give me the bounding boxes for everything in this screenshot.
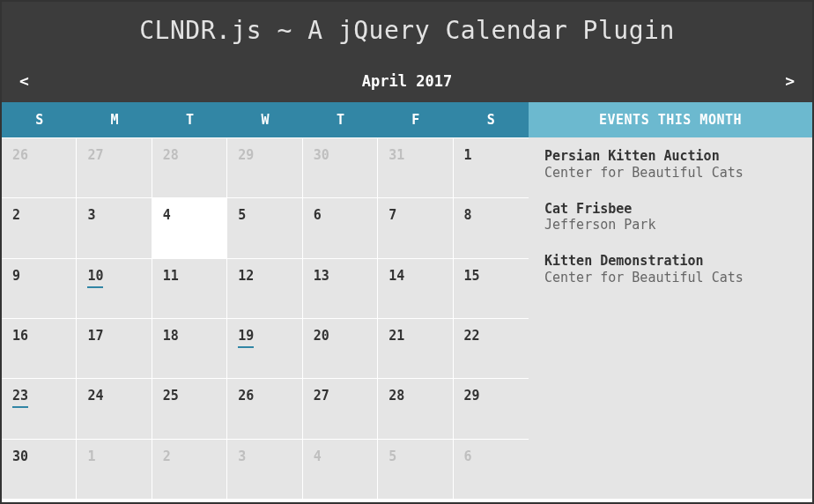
day-number: 3 — [238, 448, 246, 464]
event-title: Cat Frisbee — [544, 201, 796, 218]
calendar-day-cell[interactable]: 7 — [378, 197, 453, 257]
calendar-day-cell[interactable]: 24 — [77, 378, 152, 438]
calendar-day-cell[interactable]: 1 — [454, 137, 529, 197]
event-item[interactable]: Kitten DemonstrationCenter for Beautiful… — [529, 242, 812, 295]
day-number: 30 — [12, 448, 28, 464]
day-header: T — [303, 102, 378, 137]
calendar-day-cell[interactable]: 6 — [454, 439, 529, 499]
day-number: 10 — [87, 268, 103, 288]
calendar-day-cell[interactable]: 11 — [152, 258, 227, 318]
calendar-day-cell[interactable]: 19 — [227, 318, 302, 378]
calendar-day-cell[interactable]: 10 — [77, 258, 152, 318]
calendar-day-cell[interactable]: 20 — [303, 318, 378, 378]
day-number: 30 — [314, 147, 329, 163]
day-number: 6 — [464, 448, 472, 464]
calendar-day-cell[interactable]: 14 — [378, 258, 453, 318]
calendar-day-cell[interactable]: 26 — [2, 137, 77, 197]
calendar-day-cell[interactable]: 2 — [2, 197, 77, 257]
calendar-day-cell[interactable]: 21 — [378, 318, 453, 378]
day-number: 26 — [238, 388, 254, 404]
calendar-day-cell[interactable]: 2 — [152, 439, 227, 499]
day-number: 3 — [87, 207, 95, 223]
day-number: 4 — [314, 448, 322, 464]
events-list: Persian Kitten AuctionCenter for Beautif… — [529, 137, 812, 295]
calendar-day-cell[interactable]: 3 — [77, 197, 152, 257]
calendar-day-cell[interactable]: 4 — [303, 439, 378, 499]
app-window: CLNDR.js ~ A jQuery Calendar Plugin < Ap… — [0, 0, 814, 504]
prev-month-button[interactable]: < — [14, 71, 34, 90]
calendar-day-cell[interactable]: 17 — [77, 318, 152, 378]
calendar-day-cell[interactable]: 27 — [303, 378, 378, 438]
day-number: 17 — [87, 328, 103, 344]
day-number: 13 — [314, 268, 329, 284]
current-month-label: April 2017 — [34, 72, 780, 90]
day-number: 22 — [464, 328, 480, 344]
day-number: 5 — [388, 448, 396, 464]
calendar-day-cell[interactable]: 28 — [378, 378, 453, 438]
calendar-day-cell[interactable]: 29 — [227, 137, 302, 197]
day-number: 26 — [12, 147, 28, 163]
event-title: Kitten Demonstration — [544, 253, 796, 270]
calendar-day-cell[interactable]: 8 — [454, 197, 529, 257]
day-number: 7 — [388, 207, 396, 223]
day-number: 25 — [163, 388, 179, 404]
day-number: 27 — [87, 147, 103, 163]
day-number: 29 — [238, 147, 254, 163]
event-location: Center for Beautiful Cats — [544, 270, 796, 286]
calendar-day-cell[interactable]: 1 — [77, 439, 152, 499]
day-number: 1 — [87, 448, 95, 464]
day-number: 8 — [464, 207, 472, 223]
day-number: 28 — [163, 147, 179, 163]
calendar-day-cell[interactable]: 22 — [454, 318, 529, 378]
calendar-day-cell[interactable]: 5 — [378, 439, 453, 499]
events-sidebar-header: EVENTS THIS MONTH — [529, 102, 812, 137]
day-header: M — [77, 102, 152, 137]
calendar-day-cell[interactable]: 13 — [303, 258, 378, 318]
calendar-day-cell[interactable]: 15 — [454, 258, 529, 318]
day-number: 1 — [464, 147, 472, 163]
day-number: 11 — [163, 268, 179, 284]
days-grid: 2627282930311234567891011121314151617181… — [2, 137, 529, 499]
day-number: 29 — [464, 388, 480, 404]
calendar-day-cell[interactable]: 16 — [2, 318, 77, 378]
main-area: S M T W T F S 26272829303112345678910111… — [2, 102, 812, 499]
day-number: 2 — [163, 448, 171, 464]
day-header: S — [2, 102, 77, 137]
calendar-day-cell[interactable]: 31 — [378, 137, 453, 197]
day-header: F — [378, 102, 453, 137]
page-title: CLNDR.js ~ A jQuery Calendar Plugin — [2, 2, 812, 63]
calendar-day-cell[interactable]: 28 — [152, 137, 227, 197]
day-header: S — [454, 102, 529, 137]
day-number: 2 — [12, 207, 20, 223]
calendar-day-cell[interactable]: 18 — [152, 318, 227, 378]
day-header: W — [227, 102, 302, 137]
day-headers-row: S M T W T F S — [2, 102, 529, 137]
calendar-day-cell[interactable]: 27 — [77, 137, 152, 197]
calendar-day-cell[interactable]: 29 — [454, 378, 529, 438]
calendar-day-cell[interactable]: 30 — [303, 137, 378, 197]
event-location: Center for Beautiful Cats — [544, 165, 796, 182]
calendar-day-cell[interactable]: 30 — [2, 439, 77, 499]
calendar-day-cell[interactable]: 26 — [227, 378, 302, 438]
calendar-day-cell[interactable]: 3 — [227, 439, 302, 499]
day-number: 19 — [238, 328, 254, 348]
event-location: Jefferson Park — [544, 217, 796, 233]
day-number: 28 — [388, 388, 404, 404]
calendar-day-cell[interactable]: 4 — [152, 197, 227, 257]
day-number: 31 — [388, 147, 404, 163]
calendar-day-cell[interactable]: 5 — [227, 197, 302, 257]
calendar-day-cell[interactable]: 9 — [2, 258, 77, 318]
calendar-day-cell[interactable]: 6 — [303, 197, 378, 257]
next-month-button[interactable]: > — [780, 71, 800, 90]
day-header: T — [152, 102, 227, 137]
day-number: 4 — [163, 207, 171, 223]
day-number: 6 — [314, 207, 322, 223]
calendar-day-cell[interactable]: 25 — [152, 378, 227, 438]
day-number: 16 — [12, 328, 28, 344]
calendar-day-cell[interactable]: 23 — [2, 378, 77, 438]
day-number: 20 — [314, 328, 329, 344]
calendar-day-cell[interactable]: 12 — [227, 258, 302, 318]
event-item[interactable]: Persian Kitten AuctionCenter for Beautif… — [529, 137, 812, 190]
day-number: 27 — [314, 388, 329, 404]
event-item[interactable]: Cat FrisbeeJefferson Park — [529, 190, 812, 243]
